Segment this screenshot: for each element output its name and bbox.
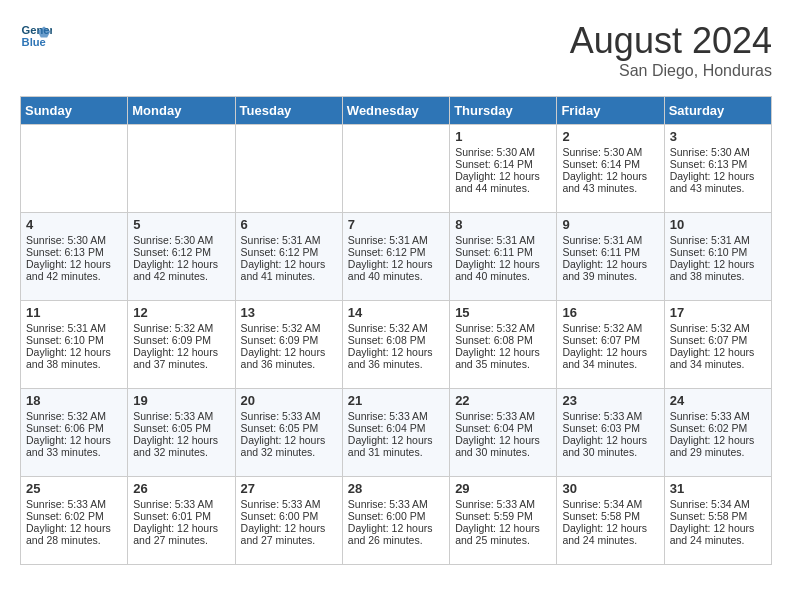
day-info: Sunrise: 5:30 AM xyxy=(133,234,229,246)
day-info: Sunset: 6:02 PM xyxy=(26,510,122,522)
day-number: 10 xyxy=(670,217,766,232)
day-info: Sunrise: 5:33 AM xyxy=(455,410,551,422)
day-info: Sunset: 5:59 PM xyxy=(455,510,551,522)
calendar-week-3: 11Sunrise: 5:31 AMSunset: 6:10 PMDayligh… xyxy=(21,301,772,389)
day-info: Sunrise: 5:30 AM xyxy=(26,234,122,246)
day-info: Sunrise: 5:30 AM xyxy=(562,146,658,158)
month-year: August 2024 xyxy=(570,20,772,62)
day-info: Daylight: 12 hours xyxy=(26,434,122,446)
day-info: Sunrise: 5:34 AM xyxy=(562,498,658,510)
calendar-cell: 2Sunrise: 5:30 AMSunset: 6:14 PMDaylight… xyxy=(557,125,664,213)
day-info: and 36 minutes. xyxy=(348,358,444,370)
day-number: 13 xyxy=(241,305,337,320)
day-number: 18 xyxy=(26,393,122,408)
day-info: Sunset: 6:04 PM xyxy=(348,422,444,434)
day-info: Daylight: 12 hours xyxy=(26,522,122,534)
day-info: Daylight: 12 hours xyxy=(133,434,229,446)
day-number: 14 xyxy=(348,305,444,320)
day-info: Sunset: 6:13 PM xyxy=(26,246,122,258)
day-info: Daylight: 12 hours xyxy=(133,346,229,358)
calendar-cell: 16Sunrise: 5:32 AMSunset: 6:07 PMDayligh… xyxy=(557,301,664,389)
day-info: and 43 minutes. xyxy=(562,182,658,194)
day-info: and 41 minutes. xyxy=(241,270,337,282)
day-number: 23 xyxy=(562,393,658,408)
day-info: and 39 minutes. xyxy=(562,270,658,282)
day-info: Daylight: 12 hours xyxy=(562,346,658,358)
day-info: Sunrise: 5:34 AM xyxy=(670,498,766,510)
day-info: Sunset: 6:12 PM xyxy=(348,246,444,258)
day-number: 29 xyxy=(455,481,551,496)
day-info: Sunset: 6:05 PM xyxy=(241,422,337,434)
location: San Diego, Honduras xyxy=(570,62,772,80)
day-info: Daylight: 12 hours xyxy=(26,346,122,358)
day-info: Sunrise: 5:31 AM xyxy=(26,322,122,334)
header-friday: Friday xyxy=(557,97,664,125)
day-info: and 27 minutes. xyxy=(133,534,229,546)
calendar-cell xyxy=(342,125,449,213)
day-info: Sunrise: 5:32 AM xyxy=(348,322,444,334)
day-info: and 26 minutes. xyxy=(348,534,444,546)
day-info: Sunrise: 5:32 AM xyxy=(26,410,122,422)
calendar-week-4: 18Sunrise: 5:32 AMSunset: 6:06 PMDayligh… xyxy=(21,389,772,477)
day-info: and 28 minutes. xyxy=(26,534,122,546)
day-info: Sunset: 6:12 PM xyxy=(241,246,337,258)
day-info: Daylight: 12 hours xyxy=(241,258,337,270)
day-number: 19 xyxy=(133,393,229,408)
day-info: Daylight: 12 hours xyxy=(241,522,337,534)
day-number: 2 xyxy=(562,129,658,144)
calendar-cell: 18Sunrise: 5:32 AMSunset: 6:06 PMDayligh… xyxy=(21,389,128,477)
calendar-cell: 4Sunrise: 5:30 AMSunset: 6:13 PMDaylight… xyxy=(21,213,128,301)
day-info: and 32 minutes. xyxy=(133,446,229,458)
day-info: Sunset: 6:10 PM xyxy=(26,334,122,346)
header-tuesday: Tuesday xyxy=(235,97,342,125)
day-info: Sunrise: 5:31 AM xyxy=(670,234,766,246)
day-info: and 32 minutes. xyxy=(241,446,337,458)
day-number: 25 xyxy=(26,481,122,496)
day-info: Daylight: 12 hours xyxy=(562,522,658,534)
calendar-cell: 23Sunrise: 5:33 AMSunset: 6:03 PMDayligh… xyxy=(557,389,664,477)
calendar-cell: 24Sunrise: 5:33 AMSunset: 6:02 PMDayligh… xyxy=(664,389,771,477)
calendar-cell: 20Sunrise: 5:33 AMSunset: 6:05 PMDayligh… xyxy=(235,389,342,477)
day-info: Sunrise: 5:33 AM xyxy=(348,498,444,510)
day-info: and 30 minutes. xyxy=(455,446,551,458)
day-number: 1 xyxy=(455,129,551,144)
day-info: Daylight: 12 hours xyxy=(670,522,766,534)
calendar-cell xyxy=(235,125,342,213)
day-number: 27 xyxy=(241,481,337,496)
day-info: Sunset: 6:07 PM xyxy=(562,334,658,346)
header-thursday: Thursday xyxy=(450,97,557,125)
title-block: August 2024 San Diego, Honduras xyxy=(570,20,772,80)
day-info: Sunrise: 5:33 AM xyxy=(562,410,658,422)
day-info: Daylight: 12 hours xyxy=(455,434,551,446)
page-header: General Blue August 2024 San Diego, Hond… xyxy=(20,20,772,80)
day-info: Sunset: 6:10 PM xyxy=(670,246,766,258)
day-info: Daylight: 12 hours xyxy=(455,522,551,534)
calendar-week-2: 4Sunrise: 5:30 AMSunset: 6:13 PMDaylight… xyxy=(21,213,772,301)
day-info: Daylight: 12 hours xyxy=(562,434,658,446)
day-info: Sunrise: 5:32 AM xyxy=(455,322,551,334)
calendar-cell: 11Sunrise: 5:31 AMSunset: 6:10 PMDayligh… xyxy=(21,301,128,389)
day-info: Sunset: 6:02 PM xyxy=(670,422,766,434)
calendar-cell: 26Sunrise: 5:33 AMSunset: 6:01 PMDayligh… xyxy=(128,477,235,565)
day-number: 30 xyxy=(562,481,658,496)
logo-icon: General Blue xyxy=(20,20,52,52)
day-number: 20 xyxy=(241,393,337,408)
day-info: Sunset: 6:14 PM xyxy=(562,158,658,170)
day-info: Daylight: 12 hours xyxy=(133,258,229,270)
day-info: Daylight: 12 hours xyxy=(455,258,551,270)
day-number: 3 xyxy=(670,129,766,144)
calendar-cell: 14Sunrise: 5:32 AMSunset: 6:08 PMDayligh… xyxy=(342,301,449,389)
day-info: Sunrise: 5:33 AM xyxy=(26,498,122,510)
day-info: Sunset: 6:06 PM xyxy=(26,422,122,434)
day-info: Sunrise: 5:31 AM xyxy=(455,234,551,246)
calendar-cell: 29Sunrise: 5:33 AMSunset: 5:59 PMDayligh… xyxy=(450,477,557,565)
day-info: Sunset: 6:08 PM xyxy=(348,334,444,346)
calendar-cell: 9Sunrise: 5:31 AMSunset: 6:11 PMDaylight… xyxy=(557,213,664,301)
calendar-cell: 28Sunrise: 5:33 AMSunset: 6:00 PMDayligh… xyxy=(342,477,449,565)
day-info: Sunset: 6:07 PM xyxy=(670,334,766,346)
calendar-cell: 21Sunrise: 5:33 AMSunset: 6:04 PMDayligh… xyxy=(342,389,449,477)
day-info: Sunrise: 5:33 AM xyxy=(670,410,766,422)
day-info: and 42 minutes. xyxy=(26,270,122,282)
day-info: Sunrise: 5:32 AM xyxy=(562,322,658,334)
day-info: and 44 minutes. xyxy=(455,182,551,194)
